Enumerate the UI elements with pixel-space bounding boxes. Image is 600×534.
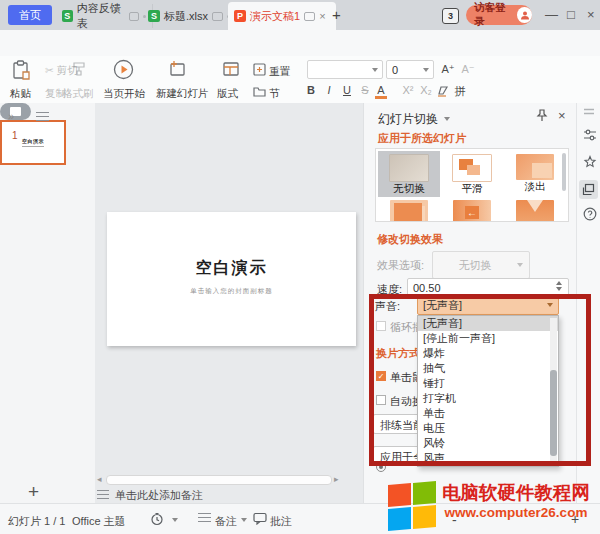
guest-login-button[interactable]: 访客登录 xyxy=(466,5,532,25)
home-tab-label: 首页 xyxy=(19,8,41,23)
sound-option[interactable]: [无声音] xyxy=(418,316,558,331)
timer-icon[interactable] xyxy=(150,512,164,526)
underline-button[interactable]: U xyxy=(339,84,355,96)
sound-dropdown[interactable]: [无声音] xyxy=(417,295,559,315)
new-slide-icon[interactable] xyxy=(168,60,186,78)
sound-value: [无声音] xyxy=(423,298,462,313)
phonetic-guide-button[interactable]: 拼 xyxy=(452,84,468,99)
outline-view-icon[interactable] xyxy=(36,112,49,123)
option-radio[interactable] xyxy=(376,462,386,472)
effect-options-dropdown[interactable]: 无切换 xyxy=(432,251,530,279)
scroll-right-icon[interactable]: ▸ xyxy=(334,474,339,484)
shrink-font-button[interactable]: A⁻ xyxy=(460,63,476,76)
notes-toggle-icon[interactable] xyxy=(198,513,211,524)
speed-stepper[interactable] xyxy=(556,281,562,291)
italic-button[interactable]: I xyxy=(321,84,337,96)
chevron-down-icon[interactable] xyxy=(172,518,178,522)
transition-option-shape[interactable]: 形状 xyxy=(504,197,566,222)
document-count-badge[interactable]: 3 xyxy=(442,8,459,24)
loop-sound-checkbox[interactable] xyxy=(376,321,386,331)
sound-option[interactable]: 锤打 xyxy=(418,376,558,391)
horizontal-scrollbar[interactable] xyxy=(106,475,332,485)
tab-presentation1[interactable]: P 演示文稿1 × xyxy=(228,2,336,30)
new-slide-button[interactable]: 新建幻灯片 xyxy=(156,87,209,101)
section-icon[interactable] xyxy=(253,85,266,98)
close-tab-icon[interactable]: × xyxy=(319,10,325,22)
tab-title-xlsx[interactable]: S 标题.xlsx xyxy=(142,4,239,28)
theme-name[interactable]: Office 主题 xyxy=(72,514,126,529)
clear-format-icon[interactable] xyxy=(436,85,449,98)
dropdown-scrollbar-track[interactable] xyxy=(550,318,557,464)
sound-option[interactable]: 抽气 xyxy=(418,361,558,376)
transition-option-fade[interactable]: 淡出 xyxy=(504,151,566,197)
scroll-left-icon[interactable]: ◂ xyxy=(97,474,102,484)
sound-option[interactable]: 打字机 xyxy=(418,391,558,406)
maximize-button[interactable]: □ xyxy=(567,7,575,22)
add-slide-button[interactable]: + xyxy=(28,481,39,503)
comment-icon[interactable] xyxy=(253,512,267,525)
strikethrough-button[interactable]: S xyxy=(357,84,373,96)
step-up-icon[interactable] xyxy=(556,281,562,285)
tab-feedback-sheet[interactable]: S 内容反馈表 xyxy=(56,4,153,28)
layout-button[interactable]: 版式 xyxy=(217,87,238,101)
tab-label: 演示文稿1 xyxy=(250,9,300,24)
paste-button[interactable]: 粘贴 xyxy=(10,87,31,101)
bold-button[interactable]: B xyxy=(303,84,319,96)
close-button[interactable]: × xyxy=(587,7,595,22)
notes-toggle[interactable]: 备注 xyxy=(215,514,237,529)
step-down-icon[interactable] xyxy=(556,287,562,291)
pane-title: 幻灯片切换 xyxy=(378,111,438,128)
chevron-down-icon[interactable] xyxy=(444,117,450,121)
transition-pane-toggle[interactable] xyxy=(579,180,598,199)
sound-option[interactable]: 单击 xyxy=(418,406,558,421)
paste-icon[interactable] xyxy=(12,60,30,80)
new-tab-button[interactable]: + xyxy=(332,6,341,23)
slide[interactable]: 空白演示 单击输入您的封面副标题 xyxy=(107,212,356,346)
format-painter-button[interactable]: 格式刷 xyxy=(62,87,94,101)
chevron-down-icon[interactable] xyxy=(241,518,247,522)
home-tab[interactable]: 首页 xyxy=(8,5,52,25)
transition-option-smooth[interactable]: 平滑 xyxy=(441,151,503,197)
format-painter-icon[interactable] xyxy=(72,61,86,77)
advance-on-click-checkbox[interactable]: ✓ xyxy=(376,371,386,381)
sound-option[interactable]: [停止前一声音] xyxy=(418,331,558,346)
font-color-button[interactable]: A xyxy=(375,84,387,99)
drag-handle-icon[interactable] xyxy=(583,108,595,115)
section-button[interactable]: 节 xyxy=(269,87,280,101)
pin-icon[interactable] xyxy=(536,109,548,122)
transition-option-wipe[interactable]: ← 擦除 xyxy=(441,197,503,222)
comments-toggle[interactable]: 批注 xyxy=(270,514,292,529)
superscript-button[interactable]: X² xyxy=(400,84,416,96)
slide-subtitle-placeholder[interactable]: 单击输入您的封面副标题 xyxy=(107,287,356,296)
grow-font-button[interactable]: A⁺ xyxy=(440,63,456,76)
notes-placeholder[interactable]: 单击此处添加备注 xyxy=(115,488,203,503)
reset-icon[interactable] xyxy=(253,63,266,76)
sound-option[interactable]: 风声 xyxy=(418,451,558,466)
slide-thumbnail[interactable]: 空白演示 xyxy=(0,120,66,165)
minimize-button[interactable]: — xyxy=(545,7,558,22)
transition-label: 无切换 xyxy=(393,182,425,194)
transition-option-none[interactable]: 无切换 xyxy=(378,151,440,197)
slide-title[interactable]: 空白演示 xyxy=(107,258,356,279)
ribbon: 粘贴 ✂ 剪切 复制 格式刷 当页开始 新建幻灯片 版式 重置 节 0 A⁺ A… xyxy=(0,56,600,104)
sound-option[interactable]: 风铃 xyxy=(418,436,558,451)
layout-icon[interactable] xyxy=(222,60,240,78)
close-pane-icon[interactable]: × xyxy=(558,108,566,123)
font-size-combo[interactable]: 0 xyxy=(386,60,434,79)
transition-option-cut[interactable]: 切出 xyxy=(378,197,440,222)
font-name-combo[interactable] xyxy=(307,60,383,79)
dropdown-scrollbar-thumb[interactable] xyxy=(550,370,557,456)
smart-beautify-icon[interactable] xyxy=(583,155,597,169)
thumbnail-view-toggle[interactable] xyxy=(0,103,31,120)
sound-option[interactable]: 电压 xyxy=(418,421,558,436)
play-from-page-icon[interactable] xyxy=(113,59,134,80)
expand-panel-icon[interactable]: » xyxy=(8,110,14,122)
advance-auto-checkbox[interactable] xyxy=(376,395,386,405)
gallery-scrollbar[interactable] xyxy=(562,153,566,191)
sound-option[interactable]: 爆炸 xyxy=(418,346,558,361)
play-from-page-button[interactable]: 当页开始 xyxy=(103,87,145,101)
help-icon[interactable] xyxy=(583,207,597,221)
subscript-button[interactable]: X₂ xyxy=(418,84,434,96)
object-properties-icon[interactable] xyxy=(583,128,597,142)
reset-button[interactable]: 重置 xyxy=(269,65,290,79)
